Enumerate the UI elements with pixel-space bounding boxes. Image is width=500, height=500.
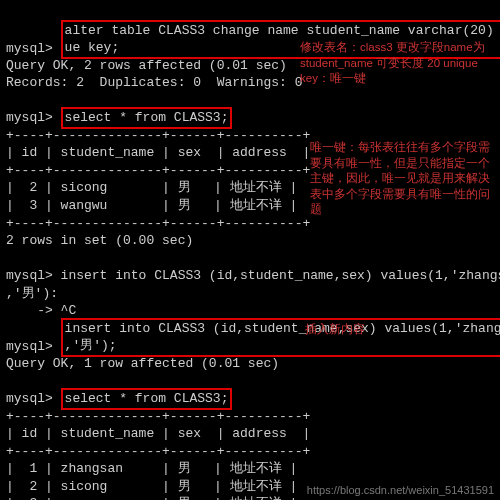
result-rows-1: 2 rows in set (0.00 sec) <box>6 233 193 248</box>
cmd-alter-part2: ue key; <box>65 40 120 55</box>
highlight-select-2: select * from CLASS3; <box>61 388 233 410</box>
mysql-prompt: mysql> <box>6 391 61 406</box>
cmd-alter-part1: alter table CLASS3 change name student_n… <box>65 23 500 38</box>
result-ok-2: Query OK, 1 row affected (0.01 sec) <box>6 356 279 371</box>
result-ok-1: Query OK, 2 rows affected (0.01 sec) <box>6 58 287 73</box>
ctrl-c: -> ^C <box>6 303 76 318</box>
table-row: | 3 | wangwu | 男 | 地址不详 | <box>6 198 297 213</box>
table-sep: +----+--------------+------+----------+ <box>6 128 310 143</box>
mysql-prompt: mysql> <box>6 338 61 353</box>
table-row: | 1 | zhangsan | 男 | 地址不详 | <box>6 461 297 476</box>
cmd-insert-bad-2: ,'男'): <box>6 286 58 301</box>
result-records: Records: 2 Duplicates: 0 Warnings: 0 <box>6 75 302 90</box>
highlight-select-1: select * from CLASS3; <box>61 107 233 129</box>
highlight-insert: insert into CLASS3 (id,student_name,sex)… <box>61 318 500 357</box>
cmd-select-1: select * from CLASS3; <box>65 110 229 125</box>
table-sep: +----+--------------+------+----------+ <box>6 216 310 231</box>
cmd-insert-bad-1: mysql> insert into CLASS3 (id,student_na… <box>6 268 500 283</box>
cmd-insert-1: insert into CLASS3 (id,student_name,sex)… <box>65 321 500 336</box>
table-header: | id | student_name | sex | address | <box>6 426 310 441</box>
table-sep: +----+--------------+------+----------+ <box>6 409 310 424</box>
table-row: | 3 | wangwu | 男 | 地址不详 | <box>6 496 297 500</box>
annotation-2: 唯一键：每张表往往有多个字段需要具有唯一性，但是只能指定一个主键，因此，唯一见就… <box>310 140 495 218</box>
annotation-1: 修改表名：class3 更改字段name为student_name 可变长度 2… <box>300 40 490 87</box>
annotation-3: 插入新内容 <box>305 322 425 338</box>
table-row: | 2 | sicong | 男 | 地址不详 | <box>6 180 297 195</box>
mysql-prompt: mysql> <box>6 40 61 55</box>
cmd-insert-2: ,'男'); <box>65 338 117 353</box>
table-header: | id | student_name | sex | address | <box>6 145 310 160</box>
table-sep: +----+--------------+------+----------+ <box>6 163 310 178</box>
table-sep: +----+--------------+------+----------+ <box>6 444 310 459</box>
table-row: | 2 | sicong | 男 | 地址不详 | <box>6 479 297 494</box>
mysql-prompt: mysql> <box>6 110 61 125</box>
cmd-select-2: select * from CLASS3; <box>65 391 229 406</box>
watermark: https://blog.csdn.net/weixin_51431591 <box>307 484 494 496</box>
